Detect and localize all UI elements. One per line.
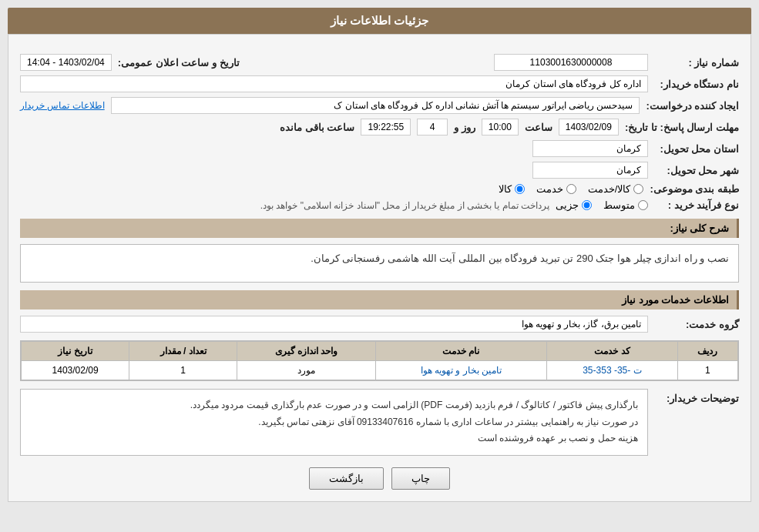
- col-code: کد خدمت: [546, 342, 677, 361]
- province-label: استان محل تحویل:: [654, 143, 739, 155]
- services-section-header: اطلاعات خدمات مورد نیاز: [20, 290, 739, 309]
- action-buttons: چاپ بازگشت: [20, 467, 739, 490]
- buyer-org-value: اداره کل فرودگاه های استان کرمان: [20, 75, 648, 92]
- category-radio-service[interactable]: [566, 184, 576, 194]
- service-group-value: تامین برق، گاز، بخار و تهویه هوا: [20, 316, 648, 333]
- category-label: طبقه بندی موضوعی:: [650, 183, 739, 195]
- purchase-type-label: نوع فرآیند خرید :: [654, 199, 739, 211]
- col-row: ردیف: [677, 342, 737, 361]
- contact-link[interactable]: اطلاعات تماس خریدار: [20, 100, 105, 111]
- deadline-remaining-label: ساعت باقی مانده: [280, 122, 354, 133]
- deadline-time: 10:00: [482, 119, 519, 136]
- announcement-date: 1403/02/04 - 14:04: [20, 54, 112, 71]
- category-label-goods-services: کالا/خدمت: [588, 183, 631, 195]
- category-option-goods[interactable]: کالا: [499, 183, 525, 195]
- deadline-time-label: ساعت: [525, 122, 552, 133]
- table-row: 1 ت -35- 353-35 تامین بخار و تهویه هوا م…: [22, 361, 738, 380]
- description-value: نصب و راه اندازی چیلر هوا جتک 290 تن تبر…: [20, 244, 739, 283]
- page-header: جزئیات اطلاعات نیاز: [8, 8, 751, 34]
- print-button[interactable]: چاپ: [391, 467, 450, 490]
- category-label-service: خدمت: [536, 183, 563, 195]
- cell-code: ت -35- 353-35: [546, 361, 677, 380]
- services-table: ردیف کد خدمت نام خدمت واحد اندازه گیری ت…: [20, 340, 739, 381]
- creator-label: ایجاد کننده درخواست:: [646, 100, 739, 112]
- buyer-notes-text: بارگذاری پیش فاکتور / کاتالوگ / فرم بازد…: [20, 389, 648, 456]
- category-option-service[interactable]: خدمت: [536, 183, 576, 195]
- province-value: کرمان: [532, 140, 648, 157]
- category-radio-goods-services[interactable]: [633, 184, 643, 194]
- announcement-label: تاریخ و ساعت اعلان عمومی:: [118, 57, 240, 69]
- buyer-notes-label: توضیحات خریدار:: [654, 389, 739, 404]
- back-button[interactable]: بازگشت: [309, 467, 384, 490]
- deadline-days: 4: [417, 119, 448, 136]
- need-number-label: شماره نیاز :: [654, 57, 739, 69]
- purchase-type-radio-small[interactable]: [582, 200, 592, 210]
- purchase-type-label-small: جزیی: [556, 199, 579, 211]
- purchase-type-notice: پرداخت تمام یا بخشی از مبلغ خریدار از مح…: [260, 200, 549, 211]
- deadline-remaining: 19:22:55: [361, 119, 411, 136]
- col-name: نام خدمت: [375, 342, 546, 361]
- cell-row: 1: [677, 361, 737, 380]
- service-group-label: گروه خدمت:: [654, 319, 739, 330]
- description-section-header: شرح کلی نیاز:: [20, 219, 739, 238]
- col-unit: واحد اندازه گیری: [237, 342, 375, 361]
- page-title: جزئیات اطلاعات نیاز: [331, 14, 428, 27]
- city-value: کرمان: [532, 162, 648, 179]
- col-date: تاریخ نیاز: [22, 342, 129, 361]
- deadline-days-label: روز و: [454, 122, 475, 133]
- cell-unit: مورد: [237, 361, 375, 380]
- city-label: شهر محل تحویل:: [654, 165, 739, 176]
- purchase-type-label-medium: متوسط: [603, 199, 635, 211]
- cell-quantity: 1: [129, 361, 237, 380]
- category-option-goods-services[interactable]: کالا/خدمت: [588, 183, 644, 195]
- deadline-label: مهلت ارسال پاسخ: تا تاریخ:: [625, 122, 739, 133]
- category-radio-goods[interactable]: [515, 184, 525, 194]
- purchase-type-medium[interactable]: متوسط: [603, 199, 648, 211]
- purchase-type-small[interactable]: جزیی: [556, 199, 592, 211]
- category-radio-group: کالا/خدمت خدمت کالا: [499, 183, 644, 195]
- cell-date: 1403/02/09: [22, 361, 129, 380]
- creator-value: سیدحسن ریاضی ایراتور سیستم ها آتش نشانی …: [111, 97, 640, 114]
- cell-name: تامین بخار و تهویه هوا: [375, 361, 546, 380]
- need-number-value: 1103001630000008: [494, 54, 648, 71]
- category-label-goods: کالا: [499, 183, 512, 195]
- purchase-type-radio-medium[interactable]: [638, 200, 648, 210]
- deadline-date: 1403/02/09: [559, 119, 619, 136]
- buyer-org-label: نام دستگاه خریدار:: [654, 79, 739, 90]
- col-quantity: تعداد / مقدار: [129, 342, 237, 361]
- purchase-type-radio-group: متوسط جزیی: [556, 199, 648, 211]
